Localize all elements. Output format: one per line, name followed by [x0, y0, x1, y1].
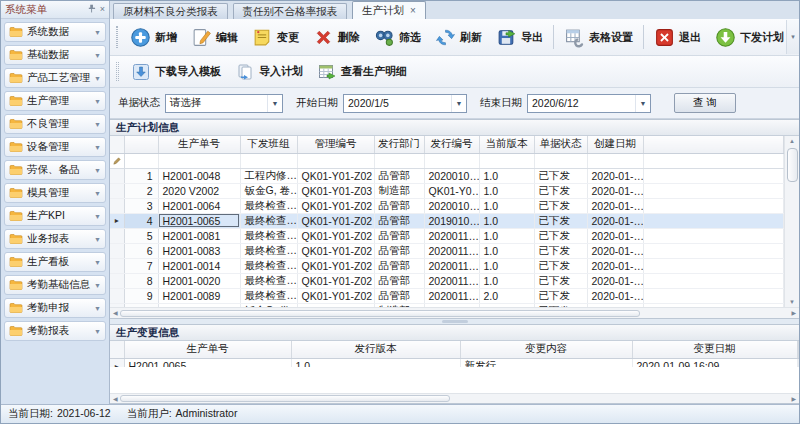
pin-icon[interactable]: [87, 4, 96, 15]
grid-cell[interactable]: 品管部: [374, 168, 424, 183]
add-button[interactable]: 新增: [123, 25, 184, 50]
row-number[interactable]: 1: [124, 168, 158, 183]
grid-cell[interactable]: QK01-Y01-Z02: [297, 243, 374, 258]
table-row[interactable]: 8 H2001-0020 最终检查… QK01-Y01-Z02 品管部 2020…: [110, 273, 784, 288]
grid-cell[interactable]: QK01-Y01-Z03: [297, 183, 374, 198]
column-header-order-no[interactable]: 生产单号: [158, 136, 240, 153]
grid-cell[interactable]: 最终检查…: [240, 213, 297, 228]
grid-cell[interactable]: 新发行: [460, 358, 632, 367]
table-row[interactable]: 5 H2001-0081 最终检查… QK01-Y01-Z02 品管部 2020…: [110, 228, 784, 243]
scrollbar-thumb[interactable]: [120, 395, 450, 402]
table-row[interactable]: 9 H2001-0089 最终检查… QK01-Y01-Z02 品管部 2020…: [110, 288, 784, 303]
table-row[interactable]: 2 2020 V2002 钣金G, 卷… QK01-Y01-Z03 制造部 QK…: [110, 183, 784, 198]
row-number[interactable]: 5: [124, 228, 158, 243]
grid-cell[interactable]: H2001-0020: [158, 273, 240, 288]
grid-cell[interactable]: 2020-01-…: [587, 243, 643, 258]
row-number[interactable]: 2: [124, 183, 158, 198]
sidebar-item-labor-supplies[interactable]: 劳保、备品▼: [4, 160, 106, 180]
toolbar-grip[interactable]: [116, 62, 119, 81]
grid-cell[interactable]: 2020-01-…: [587, 183, 643, 198]
horizontal-scrollbar[interactable]: ◀ ▶: [110, 307, 799, 318]
filter-cell[interactable]: [424, 153, 479, 168]
grid-cell[interactable]: QK01-Y01-Z02: [297, 288, 374, 303]
grid-cell[interactable]: 最终检查…: [240, 243, 297, 258]
grid-cell[interactable]: 1.0: [479, 198, 534, 213]
scrollbar-thumb[interactable]: [120, 310, 640, 317]
filter-cell[interactable]: [240, 153, 297, 168]
horizontal-scrollbar[interactable]: ◀ ▶: [110, 393, 799, 403]
filter-cell[interactable]: [534, 153, 587, 168]
toolbar-overflow-button[interactable]: ▾: [786, 20, 799, 54]
grid-cell[interactable]: 1.0: [291, 358, 460, 367]
grid-cell[interactable]: 已下发: [534, 213, 587, 228]
filter-cell[interactable]: [587, 153, 643, 168]
grid-cell[interactable]: 已下发: [534, 288, 587, 303]
table-row[interactable]: 7 H2001-0014 最终检查… QK01-Y01-Z02 品管部 2020…: [110, 258, 784, 273]
row-number[interactable]: 7: [124, 258, 158, 273]
grid-cell[interactable]: 品管部: [374, 213, 424, 228]
grid-cell[interactable]: 品管部: [374, 198, 424, 213]
row-number[interactable]: 9: [124, 288, 158, 303]
table-settings-button[interactable]: 表格设置: [557, 25, 640, 50]
scroll-right-icon[interactable]: ▶: [791, 394, 796, 404]
grid-cell[interactable]: 品管部: [374, 288, 424, 303]
import-plan-button[interactable]: 导入计划: [228, 60, 310, 84]
filter-button[interactable]: 筛选: [367, 25, 428, 50]
grid-cell[interactable]: QK01-Y01-Z02: [297, 273, 374, 288]
sidebar-item-production-kpi[interactable]: 生产KPI▼: [4, 206, 106, 226]
scroll-left-icon[interactable]: ◀: [113, 308, 118, 318]
row-number[interactable]: 3: [124, 198, 158, 213]
grid-cell[interactable]: H2001-0064: [158, 198, 240, 213]
sidebar-item-system-data[interactable]: 系统数据▼: [4, 22, 106, 42]
sidebar-item-basic-data[interactable]: 基础数据▼: [4, 45, 106, 65]
grid-cell[interactable]: 品管部: [374, 258, 424, 273]
grid-cell[interactable]: 1.0: [479, 168, 534, 183]
grid-cell[interactable]: 最终检查…: [240, 228, 297, 243]
grid-cell[interactable]: 1.0: [479, 183, 534, 198]
sidebar-item-attendance-reports[interactable]: 考勤报表▼: [4, 321, 106, 341]
sidebar-item-production-mgmt[interactable]: 生产管理▼: [4, 91, 106, 111]
grid-cell[interactable]: H2001-0081: [158, 228, 240, 243]
grid-cell[interactable]: 品管部: [374, 243, 424, 258]
grid-cell[interactable]: QK01-Y01-Z02: [297, 258, 374, 273]
change-button[interactable]: 变更: [245, 25, 306, 50]
grid-cell[interactable]: 最终检查…: [240, 273, 297, 288]
view-production-detail-button[interactable]: 查看生产明细: [310, 60, 414, 84]
grid-cell[interactable]: 2020010…: [424, 168, 479, 183]
grid-cell[interactable]: H2001-0065: [124, 358, 291, 367]
grid-cell[interactable]: 品管部: [374, 273, 424, 288]
grid-cell[interactable]: 1.0: [479, 228, 534, 243]
sidebar-item-mold-mgmt[interactable]: 模具管理▼: [4, 183, 106, 203]
tab-close-icon[interactable]: ×: [410, 6, 416, 16]
filter-cell[interactable]: [158, 153, 240, 168]
tab-raw-material-defect-report[interactable]: 原材料不良分类报表: [113, 3, 228, 19]
grid-cell[interactable]: 2020-01-09 16:09: [632, 358, 797, 367]
grid-cell[interactable]: 1.0: [479, 273, 534, 288]
row-number[interactable]: 4: [124, 213, 158, 228]
grid-cell[interactable]: 最终检查…: [240, 258, 297, 273]
column-header-created[interactable]: 创建日期: [587, 136, 643, 153]
grid-cell[interactable]: H2001-0089: [158, 288, 240, 303]
tab-production-plan[interactable]: 生产计划 ×: [352, 1, 426, 19]
vertical-scrollbar[interactable]: ▲ ▼: [784, 136, 799, 307]
sidebar-item-attendance-base[interactable]: 考勤基础信息▼: [4, 275, 106, 295]
grid-cell[interactable]: 2020011…: [424, 228, 479, 243]
grid-cell[interactable]: 最终检查…: [240, 288, 297, 303]
auto-filter-row[interactable]: [110, 153, 784, 168]
grid-cell[interactable]: 已下发: [534, 183, 587, 198]
column-header-issue-dept[interactable]: 发行部门: [374, 136, 424, 153]
table-row[interactable]: 3 H2001-0064 最终检查… QK01-Y01-Z02 品管部 2020…: [110, 198, 784, 213]
grid-cell[interactable]: 2020 V2002: [158, 183, 240, 198]
sidebar-item-business-reports[interactable]: 业务报表▼: [4, 229, 106, 249]
grid-cell[interactable]: H2001-0083: [158, 243, 240, 258]
download-template-button[interactable]: 下载导入模板: [124, 60, 228, 84]
column-header-change-date[interactable]: 变更日期: [632, 341, 797, 358]
grid-cell[interactable]: QK01-Y01-Z02: [297, 198, 374, 213]
table-row[interactable]: ▸ 4 H2001-0065 最终检查… QK01-Y01-Z02 品管部 20…: [110, 213, 784, 228]
dispatch-plan-button[interactable]: 下发计划: [708, 25, 791, 50]
column-header-status[interactable]: 单据状态: [534, 136, 587, 153]
grid-cell[interactable]: 1.0: [479, 258, 534, 273]
sidebar-item-defect-mgmt[interactable]: 不良管理▼: [4, 114, 106, 134]
grid-cell[interactable]: 2019010…: [424, 213, 479, 228]
grid-cell[interactable]: 已下发: [534, 198, 587, 213]
